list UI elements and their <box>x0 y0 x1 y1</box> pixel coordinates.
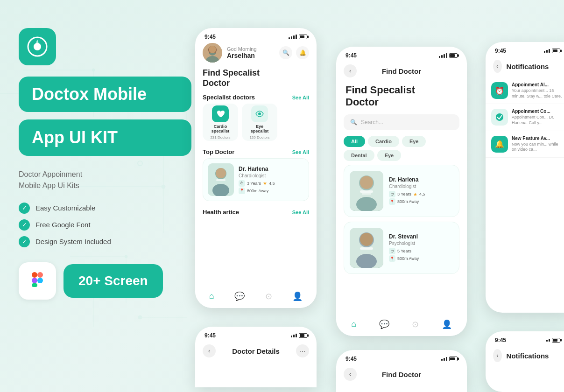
p2-battery-icon <box>449 53 458 58</box>
phone2-header: ‹ Find Doctor <box>336 62 467 82</box>
phone1-greeting: God Morning Arselhan 🔍 🔔 <box>195 43 317 66</box>
doctor-list-card-1[interactable]: Dr. Harlena Chardiologist ⏱ 3 Years ★ 4,… <box>344 165 459 217</box>
svg-rect-21 <box>37 272 43 278</box>
p2-nav-chat[interactable]: 💬 <box>379 319 389 329</box>
health-section-header: Health artice See All <box>195 205 317 218</box>
doctor-meta: ⏱ 3 Years ★ 4,5 📍 800m Away <box>239 180 304 194</box>
bottom-row: 20+ Screen <box>19 262 191 300</box>
p4-back-button[interactable]: ‹ <box>203 344 216 357</box>
p5-battery <box>449 357 458 361</box>
phone3-header: ‹ Notifications <box>486 57 564 77</box>
doctor-card-1[interactable]: Dr. Harlena Chardiologist ⏱ 3 Years ★ 4,… <box>203 158 309 201</box>
filter-eye2[interactable]: Eye <box>377 150 402 161</box>
battery-icon <box>299 35 307 39</box>
eye-card[interactable]: Eyespecalist 120 Doctors <box>242 104 277 141</box>
svg-rect-39 <box>360 190 373 193</box>
phone1-status-bar: 9:45 <box>195 28 317 43</box>
svg-point-44 <box>360 233 373 246</box>
filter-all[interactable]: All <box>344 136 365 147</box>
specialist-cards: Cardiospecalist 231 Doctors Eyespecalist… <box>195 104 317 145</box>
search-bar[interactable]: 🔍 Search... <box>344 114 459 130</box>
specialist-section-header: Specialist doctors See All <box>195 90 317 104</box>
p2-nav-grid[interactable]: ⊙ <box>412 319 419 329</box>
svg-rect-40 <box>362 193 371 195</box>
figma-badge <box>19 262 56 300</box>
notif-clock-icon: ⏰ <box>491 82 508 99</box>
check-icon-1: ✓ <box>19 203 30 214</box>
p2-clock-icon2: ⏱ <box>389 248 395 254</box>
doctor-list: Dr. Harlena Chardiologist ⏱ 3 Years ★ 4,… <box>336 165 467 279</box>
nav-home[interactable]: ⌂ <box>209 291 214 301</box>
filter-cardio[interactable]: Cardio <box>368 136 399 147</box>
phone6-header: ‹ Notifications <box>486 346 564 367</box>
screen-count-badge: 20+ Screen <box>63 264 163 298</box>
phone5-mockup: 9:45 ‹ Find Doctor <box>336 350 467 392</box>
doctor-list-card-2[interactable]: Dr. Stevani Psychologist ⏱ 5 Years 📍 500… <box>344 222 459 274</box>
p2-doc1-meta: ⏱ 3 Years ★ 4,5 📍 800m Away <box>389 191 453 205</box>
svg-point-46 <box>496 113 503 121</box>
p4-status-icons <box>291 333 307 338</box>
header-action-icons[interactable]: 🔍 🔔 <box>279 46 309 59</box>
phone6-mockup: 9:45 ‹ Notifications <box>486 331 564 392</box>
location-icon: 📍 <box>239 188 245 194</box>
p2-find-title: Find Specalist Doctor <box>336 82 467 114</box>
feature-list: ✓ Easy Customizable ✓ Free Google Font ✓… <box>19 203 191 247</box>
phone5-status-bar: 9:45 <box>336 350 467 365</box>
p2-doc2-meta: ⏱ 5 Years 📍 500m Away <box>389 248 453 262</box>
p2-signal-icon <box>439 53 447 58</box>
notif-item-3[interactable]: 🔔 New Feature Av... Now you can min... w… <box>486 131 564 158</box>
phone6-status-bar: 9:45 <box>486 331 564 346</box>
user-avatar <box>203 43 222 63</box>
logo-icon <box>27 36 48 57</box>
p2-nav-person[interactable]: 👤 <box>442 319 452 329</box>
app-logo <box>19 28 56 65</box>
find-title: Find Specalist Doctor <box>195 66 317 90</box>
phone2-status-bar: 9:45 <box>336 47 467 62</box>
p4-battery <box>299 333 307 338</box>
cardio-card[interactable]: Cardiospecalist 231 Doctors <box>203 104 238 141</box>
phone5-header: ‹ Find Doctor <box>336 365 467 385</box>
p3-back-button[interactable]: ‹ <box>493 60 502 73</box>
phone2-mockup: 9:45 ‹ Find Doctor Find Specalist Doctor… <box>336 47 467 336</box>
svg-rect-22 <box>32 278 37 283</box>
figma-icon <box>29 270 46 291</box>
svg-rect-23 <box>32 283 37 287</box>
svg-point-28 <box>209 46 216 53</box>
nav-profile[interactable]: ⊙ <box>265 291 272 301</box>
cardio-icon <box>212 105 229 122</box>
feature-item-2: ✓ Free Google Font <box>19 219 191 231</box>
svg-rect-45 <box>360 247 373 250</box>
top-doctor-header: Top Doctor See All <box>195 145 317 158</box>
p2-doctor2-info: Dr. Stevani Psychologist ⏱ 5 Years 📍 500… <box>389 233 453 262</box>
nav-chat[interactable]: 💬 <box>234 291 245 301</box>
greeting-text: God Morning Arselhan <box>227 46 275 59</box>
p5-status-icons <box>441 357 458 361</box>
p2-nav-home[interactable]: ⌂ <box>351 319 356 329</box>
filter-dental[interactable]: Dental <box>344 150 374 161</box>
back-button[interactable]: ‹ <box>344 64 357 77</box>
svg-rect-20 <box>32 272 37 278</box>
star-icon: ★ <box>263 181 267 186</box>
notif-check-icon <box>491 109 508 126</box>
p4-signal <box>291 334 297 337</box>
tagline: Doctor Appoinment Mobile App Ui Kits <box>19 169 191 191</box>
p6-status-icons <box>546 338 560 343</box>
p4-more-button[interactable]: ··· <box>296 344 309 357</box>
filter-eye[interactable]: Eye <box>402 136 426 147</box>
bottom-nav: ⌂ 💬 ⊙ 👤 <box>195 284 317 308</box>
notif-item-2[interactable]: Appoinment Co... Appointment Con... Dr. … <box>486 104 564 131</box>
phone4-status-bar: 9:45 <box>195 327 317 342</box>
bell-icon-btn[interactable]: 🔔 <box>296 46 309 59</box>
nav-person[interactable]: 👤 <box>292 291 303 301</box>
signal-icon <box>289 35 297 39</box>
left-panel: Doctox Mobile App UI KIT Doctor Appoinme… <box>19 28 191 300</box>
p6-back-button[interactable]: ‹ <box>493 349 502 362</box>
p3-signal <box>544 49 550 53</box>
svg-point-24 <box>37 278 43 283</box>
phone3-mockup: 9:45 ‹ Notifications ⏰ Appoinment Al... … <box>486 42 564 313</box>
p3-battery <box>552 49 560 53</box>
p5-back-button[interactable]: ‹ <box>344 368 357 381</box>
notif-item-1[interactable]: ⏰ Appoinment Al... Your appointment... 1… <box>486 77 564 104</box>
search-icon-btn[interactable]: 🔍 <box>279 46 292 59</box>
p2-location-icon2: 📍 <box>389 255 395 262</box>
